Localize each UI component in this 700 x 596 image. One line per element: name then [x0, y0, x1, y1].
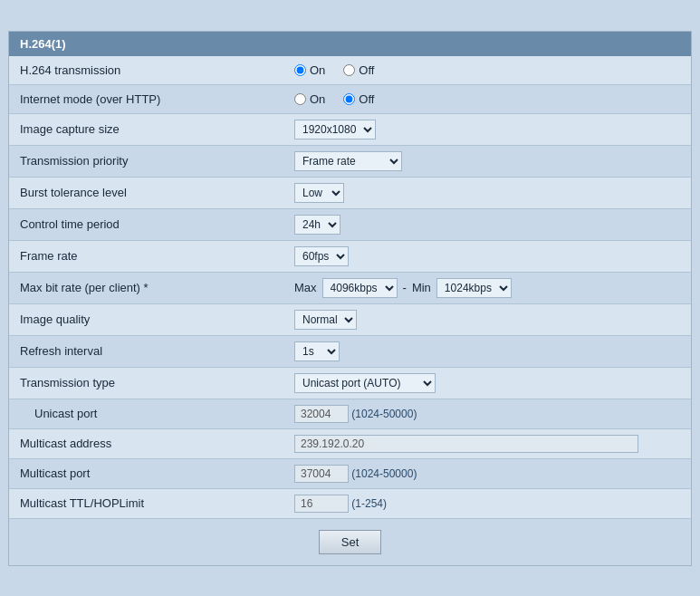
value-internet-mode: OnOff	[285, 84, 691, 113]
input-unicast-port[interactable]	[294, 405, 349, 423]
value-h264-transmission: OnOff	[285, 56, 691, 85]
range-hint: (1024-50000)	[349, 408, 417, 420]
label-unicast-port: Unicast port	[9, 399, 285, 428]
radio-label-h264-transmission-on[interactable]: On	[294, 63, 325, 77]
value-refresh-interval: 1s2s3s4s5s10s30s60s	[285, 335, 691, 367]
bitrate-separator: -	[403, 281, 407, 294]
select-image-quality[interactable]: FineNormalBasic	[294, 310, 357, 330]
radio-option-label: Off	[359, 92, 374, 106]
table-row: H.264 transmissionOnOff	[9, 56, 691, 85]
radio-group-internet-mode: OnOff	[294, 92, 682, 106]
select-frame-rate[interactable]: 60fps30fps15fps10fps5fps1fps	[294, 246, 349, 266]
label-image-quality: Image quality	[9, 303, 285, 335]
label-max-bit-rate: Max bit rate (per client) *	[9, 272, 285, 303]
min-bitrate-select[interactable]: 64kbps128kbps256kbps512kbps1024kbps2048k…	[436, 278, 512, 298]
section-header: H.264(1)	[9, 32, 691, 56]
radio-input-internet-mode-on[interactable]	[294, 93, 306, 105]
table-row: Control time period24h12h6h1h	[9, 208, 691, 240]
value-transmission-type: Unicast port (AUTO)Unicast port (MANUAL)…	[285, 367, 691, 399]
radio-label-internet-mode-on[interactable]: On	[294, 92, 325, 106]
value-image-quality: FineNormalBasic	[285, 303, 691, 335]
table-row: Multicast port (1024-50000)	[9, 458, 691, 488]
table-row: Multicast TTL/HOPLimit (1-254)	[9, 488, 691, 518]
radio-input-h264-transmission-off[interactable]	[343, 64, 355, 76]
input-multicast-port[interactable]	[294, 465, 349, 483]
table-row: Multicast address	[9, 428, 691, 458]
table-row: Unicast port (1024-50000)	[9, 399, 691, 428]
label-multicast-ttl: Multicast TTL/HOPLimit	[9, 488, 285, 518]
select-burst-tolerance-level[interactable]: LowMidHigh	[294, 183, 344, 203]
table-row: Transmission priorityFrame rateConstant …	[9, 145, 691, 177]
select-transmission-type[interactable]: Unicast port (AUTO)Unicast port (MANUAL)…	[294, 373, 436, 393]
value-image-capture-size: 1920x10801280x720640x480320x240	[285, 113, 691, 145]
value-unicast-port: (1024-50000)	[285, 399, 691, 428]
value-multicast-ttl: (1-254)	[285, 488, 691, 518]
max-bitrate-select[interactable]: 64kbps128kbps256kbps512kbps1024kbps2048k…	[322, 278, 398, 298]
table-row: Refresh interval1s2s3s4s5s10s30s60s	[9, 335, 691, 367]
radio-label-h264-transmission-off[interactable]: Off	[343, 63, 374, 77]
min-label: Min	[412, 281, 431, 294]
label-frame-rate: Frame rate	[9, 240, 285, 272]
label-multicast-port: Multicast port	[9, 458, 285, 488]
radio-group-h264-transmission: OnOff	[294, 63, 682, 77]
radio-input-h264-transmission-on[interactable]	[294, 64, 306, 76]
max-label: Max	[294, 281, 317, 294]
label-h264-transmission: H.264 transmission	[9, 56, 285, 85]
value-multicast-port: (1024-50000)	[285, 458, 691, 488]
footer: Set	[9, 519, 691, 565]
label-transmission-type: Transmission type	[9, 367, 285, 399]
bitrate-row: Max64kbps128kbps256kbps512kbps1024kbps20…	[294, 278, 682, 298]
radio-input-internet-mode-off[interactable]	[343, 93, 355, 105]
table-row: Transmission typeUnicast port (AUTO)Unic…	[9, 367, 691, 399]
label-burst-tolerance-level: Burst tolerance level	[9, 177, 285, 208]
range-hint: (1-254)	[349, 497, 387, 510]
radio-label-internet-mode-off[interactable]: Off	[343, 92, 374, 106]
table-row: Internet mode (over HTTP)OnOff	[9, 84, 691, 113]
main-container: H.264(1) H.264 transmissionOnOffInternet…	[8, 31, 692, 566]
label-refresh-interval: Refresh interval	[9, 335, 285, 367]
label-image-capture-size: Image capture size	[9, 113, 285, 145]
table-row: Frame rate60fps30fps15fps10fps5fps1fps	[9, 240, 691, 272]
table-row: Image capture size1920x10801280x720640x4…	[9, 113, 691, 145]
value-multicast-address	[285, 428, 691, 458]
value-transmission-priority: Frame rateConstant bit rateVBR	[285, 145, 691, 177]
value-frame-rate: 60fps30fps15fps10fps5fps1fps	[285, 240, 691, 272]
select-transmission-priority[interactable]: Frame rateConstant bit rateVBR	[294, 151, 402, 171]
label-transmission-priority: Transmission priority	[9, 145, 285, 177]
select-refresh-interval[interactable]: 1s2s3s4s5s10s30s60s	[294, 341, 340, 361]
range-hint: (1024-50000)	[349, 467, 417, 480]
radio-option-label: On	[310, 92, 325, 106]
select-control-time-period[interactable]: 24h12h6h1h	[294, 215, 340, 235]
section-title: H.264(1)	[20, 37, 66, 51]
settings-table: H.264 transmissionOnOffInternet mode (ov…	[9, 56, 691, 519]
table-row: Image qualityFineNormalBasic	[9, 303, 691, 335]
value-max-bit-rate: Max64kbps128kbps256kbps512kbps1024kbps20…	[285, 272, 691, 303]
label-control-time-period: Control time period	[9, 208, 285, 240]
set-button[interactable]: Set	[319, 530, 382, 554]
label-internet-mode: Internet mode (over HTTP)	[9, 84, 285, 113]
radio-option-label: Off	[359, 63, 374, 77]
table-row: Max bit rate (per client) *Max64kbps128k…	[9, 272, 691, 303]
radio-option-label: On	[310, 63, 325, 77]
table-row: Burst tolerance levelLowMidHigh	[9, 177, 691, 208]
value-control-time-period: 24h12h6h1h	[285, 208, 691, 240]
input-multicast-ttl[interactable]	[294, 495, 349, 513]
label-multicast-address: Multicast address	[9, 428, 285, 458]
input-multicast-address[interactable]	[294, 435, 638, 453]
select-image-capture-size[interactable]: 1920x10801280x720640x480320x240	[294, 120, 376, 139]
value-burst-tolerance-level: LowMidHigh	[285, 177, 691, 208]
